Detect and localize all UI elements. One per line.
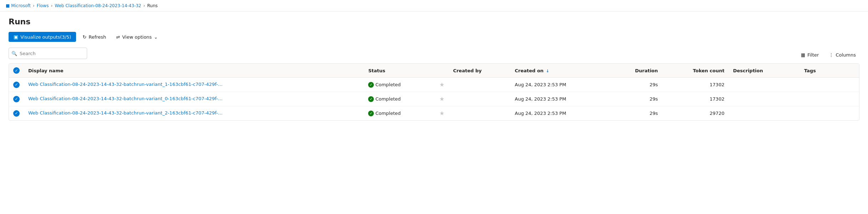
row-token-count-2: 29720 <box>662 106 729 121</box>
breadcrumb-sep-2: › <box>51 3 52 8</box>
columns-button[interactable]: ⋮ Columns <box>825 50 859 60</box>
header-status: Status <box>364 64 435 78</box>
breadcrumb-sep-3: › <box>143 3 145 8</box>
breadcrumb-bar: ■ Microsoft › Flows › Web Classification… <box>0 0 868 11</box>
header-duration: Duration <box>610 64 662 78</box>
header-description: Description <box>729 64 800 78</box>
breadcrumb-flows[interactable]: Flows <box>37 3 49 8</box>
refresh-icon: ↻ <box>82 34 86 40</box>
status-label-0: Completed <box>375 82 401 87</box>
row-duration-2: 29s <box>610 106 662 121</box>
row-status-0: ✓ Completed <box>364 78 435 92</box>
row-star-0[interactable]: ★ <box>435 78 449 92</box>
view-options-label: View options <box>122 34 152 40</box>
page-title: Runs <box>9 17 859 26</box>
header-token-count: Token count <box>662 64 729 78</box>
refresh-button[interactable]: ↻ Refresh <box>79 32 110 42</box>
row-duration-1: 29s <box>610 92 662 106</box>
header-star <box>435 64 449 78</box>
display-name-link-2[interactable]: Web Classification-08-24-2023-14-43-32-b… <box>28 110 225 116</box>
row-duration-0: 29s <box>610 78 662 92</box>
row-description-2 <box>729 106 800 121</box>
row-checkbox-0[interactable]: ✓ <box>9 78 24 92</box>
breadcrumb-current: Runs <box>147 3 157 8</box>
row-star-1[interactable]: ★ <box>435 92 449 106</box>
status-icon-1: ✓ <box>368 96 374 102</box>
status-icon-0: ✓ <box>368 82 374 88</box>
row-display-name-1: Web Classification-08-24-2023-14-43-32-b… <box>24 92 364 106</box>
search-input[interactable] <box>9 48 87 59</box>
row-checkbox-1[interactable]: ✓ <box>9 92 24 106</box>
refresh-label: Refresh <box>89 34 106 40</box>
view-options-icon: ⇌ <box>116 34 120 40</box>
row-display-name-2: Web Classification-08-24-2023-14-43-32-b… <box>24 106 364 121</box>
search-icon: 🔍 <box>11 51 17 56</box>
header-created-by: Created by <box>449 64 511 78</box>
display-name-link-0[interactable]: Web Classification-08-24-2023-14-43-32-b… <box>28 82 225 87</box>
table-header-row: ✓ Display name Status Created by Created… <box>9 64 859 78</box>
row-description-1 <box>729 92 800 106</box>
status-completed-1: ✓ Completed <box>368 96 431 102</box>
filter-icon: ▦ <box>801 52 805 58</box>
chevron-down-icon: ⌄ <box>154 34 158 40</box>
row-check-circle-0: ✓ <box>13 82 20 88</box>
row-token-count-0: 17302 <box>662 78 729 92</box>
row-status-1: ✓ Completed <box>364 92 435 106</box>
star-icon-0[interactable]: ★ <box>440 81 445 88</box>
table-row: ✓ Web Classification-08-24-2023-14-43-32… <box>9 78 859 92</box>
row-created-by-2 <box>449 106 511 121</box>
header-tags: Tags <box>800 64 859 78</box>
row-tags-0 <box>800 78 859 92</box>
row-tags-2 <box>800 106 859 121</box>
row-created-by-1 <box>449 92 511 106</box>
table-row: ✓ Web Classification-08-24-2023-14-43-32… <box>9 92 859 106</box>
row-created-on-0: Aug 24, 2023 2:53 PM <box>511 78 610 92</box>
runs-table-container: ✓ Display name Status Created by Created… <box>9 63 859 121</box>
search-container: 🔍 <box>9 48 87 59</box>
runs-table: ✓ Display name Status Created by Created… <box>9 64 859 120</box>
select-all-checkbox[interactable]: ✓ <box>13 67 20 74</box>
visualize-outputs-button[interactable]: ▣ Visualize outputs(3/5) <box>9 32 76 42</box>
filter-label: Filter <box>807 52 819 58</box>
columns-label: Columns <box>836 52 856 58</box>
row-description-0 <box>729 78 800 92</box>
row-created-on-1: Aug 24, 2023 2:53 PM <box>511 92 610 106</box>
breadcrumb-flow-name[interactable]: Web Classification-08-24-2023-14-43-32 <box>55 3 141 8</box>
row-star-2[interactable]: ★ <box>435 106 449 121</box>
row-status-2: ✓ Completed <box>364 106 435 121</box>
filter-button[interactable]: ▦ Filter <box>797 50 823 60</box>
visualize-outputs-label: Visualize outputs(3/5) <box>20 34 71 40</box>
row-check-circle-1: ✓ <box>13 96 20 102</box>
page-content: Runs ▣ Visualize outputs(3/5) ↻ Refresh … <box>0 11 868 126</box>
table-toolbar: 🔍 ▦ Filter ⋮ Columns <box>9 48 859 62</box>
header-created-on[interactable]: Created on ↓ <box>511 64 610 78</box>
toolbar: ▣ Visualize outputs(3/5) ↻ Refresh ⇌ Vie… <box>9 32 859 42</box>
row-check-circle-2: ✓ <box>13 110 20 117</box>
visualize-icon: ▣ <box>14 34 18 40</box>
status-label-2: Completed <box>375 111 401 116</box>
row-created-by-0 <box>449 78 511 92</box>
row-checkbox-2[interactable]: ✓ <box>9 106 24 121</box>
header-checkbox: ✓ <box>9 64 24 78</box>
status-label-1: Completed <box>375 96 401 102</box>
breadcrumb-microsoft[interactable]: Microsoft <box>11 3 31 8</box>
status-completed-0: ✓ Completed <box>368 82 431 88</box>
breadcrumb-sep-1: › <box>33 3 35 8</box>
star-icon-1[interactable]: ★ <box>440 96 445 102</box>
table-row: ✓ Web Classification-08-24-2023-14-43-32… <box>9 106 859 121</box>
sort-arrow-icon: ↓ <box>546 69 549 73</box>
view-options-button[interactable]: ⇌ View options ⌄ <box>112 32 161 42</box>
microsoft-logo: ■ <box>6 3 10 8</box>
row-token-count-1: 17302 <box>662 92 729 106</box>
row-display-name-0: Web Classification-08-24-2023-14-43-32-b… <box>24 78 364 92</box>
header-display-name[interactable]: Display name <box>24 64 364 78</box>
star-icon-2[interactable]: ★ <box>440 110 445 117</box>
status-completed-2: ✓ Completed <box>368 111 431 116</box>
table-actions-right: ▦ Filter ⋮ Columns <box>797 50 859 60</box>
table-body: ✓ Web Classification-08-24-2023-14-43-32… <box>9 78 859 121</box>
display-name-link-1[interactable]: Web Classification-08-24-2023-14-43-32-b… <box>28 96 225 101</box>
columns-icon: ⋮ <box>829 52 833 58</box>
row-created-on-2: Aug 24, 2023 2:53 PM <box>511 106 610 121</box>
status-icon-2: ✓ <box>368 111 374 116</box>
row-tags-1 <box>800 92 859 106</box>
